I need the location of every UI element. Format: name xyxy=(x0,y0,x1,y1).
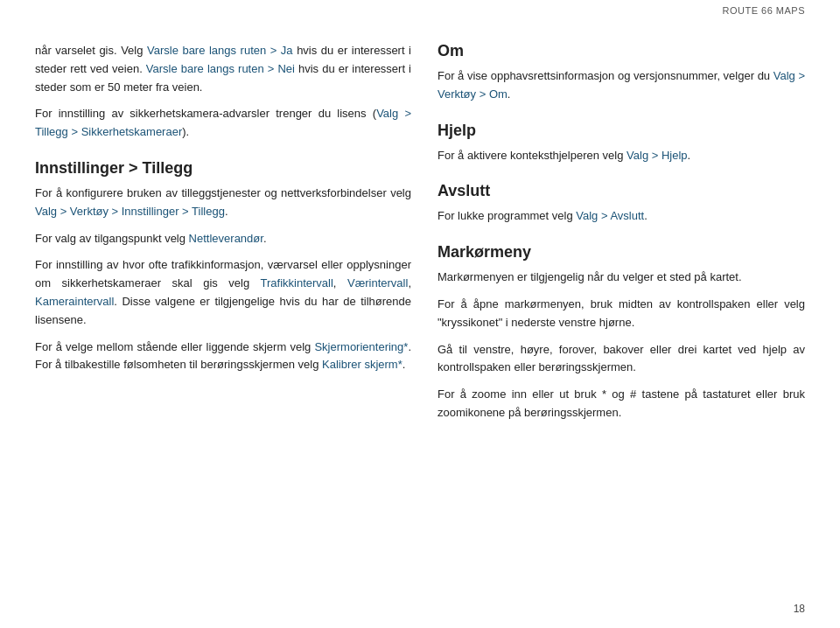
link-om: Valg > Verktøy > Om xyxy=(438,69,805,101)
markormeny-paragraph-1: Markørmenyen er tilgjengelig når du velg… xyxy=(438,269,805,287)
markormeny-paragraph-4: For å zoome inn eller ut bruk * og # tas… xyxy=(438,386,805,422)
link-trafikkintervall: Trafikkintervall xyxy=(261,276,333,290)
link-innstillinger-tillegg: Valg > Verktøy > Innstillinger > Tillegg xyxy=(35,205,225,218)
om-paragraph: For å vise opphavsrettsinformasjon og ve… xyxy=(438,67,805,104)
innstillinger-paragraph-1: For å konfigurere bruken av tilleggstjen… xyxy=(35,185,411,221)
innstillinger-paragraph-3: For innstilling av hvor ofte trafikkinfo… xyxy=(35,256,411,329)
link-nettleverandor: Nettleverandør xyxy=(189,232,263,245)
section-heading-avslutt: Avslutt xyxy=(438,182,805,200)
right-column: Om For å vise opphavsrettsinformasjon og… xyxy=(438,42,805,431)
left-column: når varselet gis. Velg Varsle bare langs… xyxy=(35,42,411,431)
section-heading-innstillinger: Innstillinger > Tillegg xyxy=(35,159,411,178)
avslutt-paragraph: For lukke programmet velg Valg > Avslutt… xyxy=(438,207,805,226)
innstillinger-paragraph-4: For å velge mellom stående eller liggend… xyxy=(35,338,411,375)
page-container: Route 66 Maps når varselet gis. Velg Var… xyxy=(0,0,840,628)
innstillinger-paragraph-2: For valg av tilgangspunkt velg Nettlever… xyxy=(35,230,411,248)
link-skjermorientering: Skjermorientering* xyxy=(314,340,408,353)
section-heading-om: Om xyxy=(438,42,805,60)
intro-paragraph-2: For innstilling av sikkerhetskamera-adva… xyxy=(35,105,411,142)
intro-paragraph-1: når varselet gis. Velg Varsle bare langs… xyxy=(35,42,411,96)
header-brand: Route 66 Maps xyxy=(722,5,805,16)
hjelp-paragraph: For å aktivere konteksthjelperen velg Va… xyxy=(438,147,805,165)
page-number: 18 xyxy=(794,603,805,615)
link-hjelp: Valg > Hjelp xyxy=(626,149,688,162)
link-varsle-nei: Varsle bare langs ruten > Nei xyxy=(146,62,295,75)
link-avslutt: Valg > Avslutt xyxy=(576,209,644,222)
link-varsle-ja: Varsle bare langs ruten > Ja xyxy=(147,44,293,57)
markormeny-paragraph-2: For å åpne markørmenyen, bruk midten av … xyxy=(438,296,805,332)
link-sikkerhetskameraer: Valg > Tillegg > Sikkerhetskameraer xyxy=(35,107,411,138)
content-columns: når varselet gis. Velg Varsle bare langs… xyxy=(35,42,805,431)
section-heading-markormeny: Markørmeny xyxy=(438,243,805,262)
link-vaerintervall: Værintervall xyxy=(347,276,408,290)
link-kalibrer-skjerm: Kalibrer skjerm* xyxy=(322,358,402,371)
link-kameraintervall: Kameraintervall xyxy=(35,295,114,308)
markormeny-paragraph-3: Gå til venstre, høyre, forover, bakover … xyxy=(438,341,805,378)
section-heading-hjelp: Hjelp xyxy=(438,122,805,140)
